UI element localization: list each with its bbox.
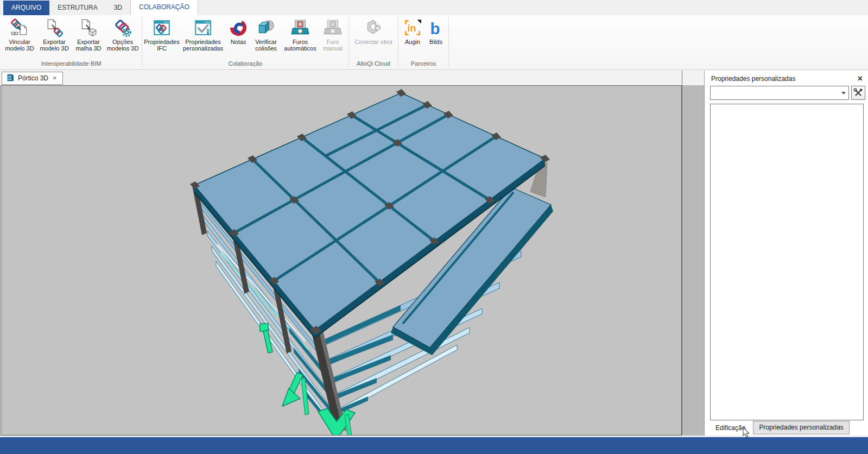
opcoes-modelos-3d-button[interactable]: Opções modelos 3D <box>105 17 140 52</box>
building-3d-model <box>1 86 681 435</box>
panel-header: Propriedades personalizadas × <box>705 71 868 85</box>
button-label: Notas <box>231 39 246 45</box>
portico-3d-icon <box>7 74 14 82</box>
document-tab-portico-3d[interactable]: Pórtico 3D × <box>2 72 63 85</box>
group-label: Interoperabilidade BIM <box>1 60 141 70</box>
verificar-colisoes-button[interactable]: Verificar colisões <box>250 17 282 52</box>
manage-properties-button[interactable] <box>851 86 865 100</box>
bilds-button[interactable]: b Bilds <box>425 17 447 45</box>
ribbon-body: Vincular modelo 3D Exportar modelo 3D <box>0 15 868 70</box>
button-label: Exportar modelo 3D <box>37 39 72 52</box>
properties-combobox-input[interactable] <box>710 86 849 100</box>
manual-hole-icon <box>323 18 343 37</box>
exportar-malha-3d-button[interactable]: Exportar malha 3D <box>72 17 105 52</box>
group-label: AltoQi Cloud <box>350 60 397 70</box>
furo-manual-button[interactable]: Furo manual <box>319 17 347 52</box>
button-label: Propriedades IFC <box>144 39 180 52</box>
group-label: Parceiros <box>399 60 448 70</box>
export-model-3d-icon <box>45 18 64 37</box>
document-tab-strip: Pórtico 3D × <box>0 71 682 85</box>
button-label: Verificar colisões <box>250 39 282 52</box>
group-interoperabilidade-bim: Vincular modelo 3D Exportar modelo 3D <box>1 15 141 70</box>
properties-panel: Propriedades personalizadas × Edificação… <box>704 71 868 436</box>
panel-title: Propriedades personalizadas <box>711 75 857 83</box>
exportar-modelo-3d-button[interactable]: Exportar modelo 3D <box>37 17 72 52</box>
svg-text:b: b <box>430 20 440 37</box>
notes-icon <box>229 18 248 37</box>
augin-icon: in <box>403 18 422 37</box>
button-label: Augin <box>405 39 420 45</box>
panel-close-icon[interactable]: × <box>857 75 864 82</box>
notas-button[interactable]: Notas <box>226 17 250 45</box>
panel-controls <box>705 85 868 100</box>
properties-list-area[interactable] <box>710 104 864 420</box>
viewport-3d[interactable] <box>1 85 682 436</box>
tab-propriedades-personalizadas[interactable]: Propriedades personalizadas <box>753 421 849 434</box>
propriedades-ifc-button[interactable]: Propriedades IFC <box>144 17 180 52</box>
augin-button[interactable]: in Augin <box>400 17 425 45</box>
properties-combobox[interactable] <box>710 86 849 100</box>
workspace: Pórtico 3D × <box>0 71 868 436</box>
button-label: Opções modelos 3D <box>105 39 140 52</box>
panel-bottom-tabs: Edificação Propriedades personalizadas <box>710 421 850 434</box>
mouse-cursor <box>743 427 750 438</box>
status-bar <box>0 436 868 454</box>
group-separator <box>398 17 398 67</box>
ribbon: ARQUIVO ESTRUTURA 3D COLABORAÇÃO <box>0 0 868 70</box>
conectar-obra-button[interactable]: Conectar obra <box>351 17 396 45</box>
ribbon-tab-colaboracao[interactable]: COLABORAÇÃO <box>130 0 198 15</box>
options-models-3d-icon <box>113 18 132 37</box>
group-parceiros: in Augin b Bilds Parceiros <box>399 15 448 70</box>
export-mesh-3d-icon <box>79 18 98 37</box>
group-label: Colaboração <box>143 60 348 70</box>
link-model-3d-icon <box>10 18 29 37</box>
application-window: { "ribbon": { "tabs": [ { "label": "ARQU… <box>0 0 868 454</box>
button-label: Propriedades personalizadas <box>180 39 226 52</box>
ribbon-tab-bar: ARQUIVO ESTRUTURA 3D COLABORAÇÃO <box>0 0 868 15</box>
clash-check-icon <box>256 18 276 37</box>
button-label: Exportar malha 3D <box>72 39 105 52</box>
ribbon-tab-arquivo[interactable]: ARQUIVO <box>3 1 49 15</box>
svg-text:in: in <box>407 23 416 34</box>
custom-properties-icon <box>193 18 213 37</box>
auto-holes-icon <box>290 18 310 37</box>
group-colaboracao: Propriedades IFC Propriedades personaliz… <box>143 15 348 70</box>
propriedades-personalizadas-button[interactable]: Propriedades personalizadas <box>180 17 226 52</box>
document-tab-label: Pórtico 3D <box>18 74 48 82</box>
group-altoqi-cloud: Conectar obra AltoQi Cloud <box>350 15 397 70</box>
group-separator <box>142 17 142 67</box>
button-label: Conectar obra <box>354 39 392 45</box>
tools-icon <box>853 88 863 98</box>
connect-project-icon <box>364 18 383 37</box>
vincular-modelo-3d-button[interactable]: Vincular modelo 3D <box>2 17 37 52</box>
ribbon-tab-3d[interactable]: 3D <box>106 1 130 15</box>
document-tab-close-icon[interactable]: × <box>52 74 58 81</box>
panel-splitter[interactable] <box>682 71 704 436</box>
group-separator <box>349 17 349 67</box>
button-label: Vincular modelo 3D <box>2 39 37 52</box>
chevron-down-icon <box>841 92 846 94</box>
group-separator <box>448 17 449 67</box>
button-label: Furo manual <box>319 39 347 52</box>
bilds-icon: b <box>426 18 446 37</box>
button-label: Furos automáticos <box>282 39 319 52</box>
ribbon-tab-estrutura[interactable]: ESTRUTURA <box>49 1 105 15</box>
button-label: Bilds <box>429 39 442 45</box>
ifc-properties-icon <box>152 18 172 37</box>
furos-automaticos-button[interactable]: Furos automáticos <box>282 17 319 52</box>
